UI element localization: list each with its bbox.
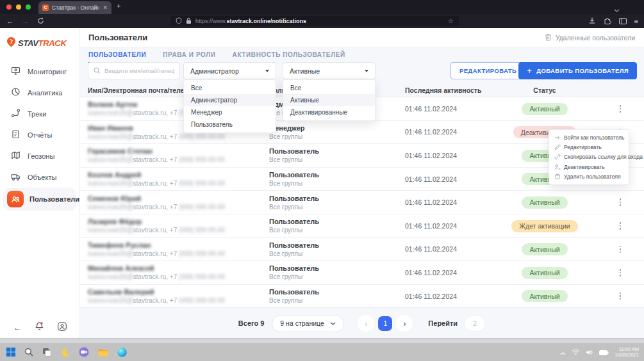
chevron-down-icon	[265, 70, 269, 72]
user-role: Пользователь	[269, 147, 405, 155]
menu-hamburger-icon[interactable]: ≡	[634, 17, 638, 25]
user-role: Пользователь	[269, 264, 405, 272]
table-row: Лазарев Фёдор ivanov.ivan26@stavtrack.ru…	[80, 214, 644, 238]
edge-browser-icon[interactable]	[117, 348, 127, 357]
profile-icon[interactable]	[58, 322, 67, 333]
sidebar-item-tracks[interactable]: Треки	[0, 103, 79, 124]
row-actions-kebab-icon[interactable]	[618, 268, 623, 278]
status-option-active[interactable]: Активные	[283, 94, 375, 106]
user-role: Пользователь	[269, 171, 405, 179]
sidebar-item-geozones[interactable]: Геозоны	[0, 145, 79, 166]
wifi-icon[interactable]	[572, 346, 580, 358]
role-option-admin[interactable]: Администратор	[184, 94, 276, 106]
user-name: Козлов Андрей	[88, 171, 269, 179]
trash-icon	[545, 33, 552, 42]
taskbar-search-icon[interactable]	[24, 348, 33, 357]
last-activity: 01:46 11.02.2024	[405, 152, 490, 159]
url-text: https://www.stavtrack.online/notificatio…	[195, 18, 306, 24]
row-actions-kebab-icon[interactable]	[618, 221, 623, 231]
route-icon	[11, 108, 21, 119]
context-delete-user[interactable]: Удалить пользователя	[549, 172, 629, 182]
chevron-down-icon	[365, 70, 368, 72]
role-option-all[interactable]: Все	[184, 82, 276, 94]
context-deactivate[interactable]: Деактивировать	[549, 162, 629, 172]
chat-app-icon[interactable]	[79, 347, 89, 357]
new-tab-button[interactable]: +	[117, 2, 120, 10]
status-filter-dropdown[interactable]: Активные	[283, 62, 376, 79]
table-row: Михайлов Алексей ivanov.ivan26@stavtrack…	[80, 261, 644, 285]
role-option-manager[interactable]: Менеджер	[184, 106, 276, 118]
close-window-button[interactable]	[6, 4, 12, 10]
user-contact: ivanov.ivan26@stavtrack.ru, +7 (999) 999…	[88, 297, 269, 304]
context-copy-login-link[interactable]: Скопировать ссылку для входа	[549, 152, 629, 162]
sidebar-item-analytics[interactable]: Аналитика	[0, 82, 79, 103]
windows-start-icon[interactable]	[6, 348, 15, 357]
monitor-icon	[11, 66, 21, 77]
lock-icon[interactable]	[186, 15, 192, 27]
row-actions-kebab-icon[interactable]	[618, 291, 623, 301]
volume-icon[interactable]	[586, 346, 593, 358]
sidebar-toggle-icon[interactable]	[619, 15, 627, 27]
tab-close-icon[interactable]: ✕	[103, 4, 108, 11]
last-activity: 01:46 11.02.2024	[405, 105, 490, 113]
row-actions-kebab-icon[interactable]	[618, 104, 623, 114]
sidebar-item-monitoring[interactable]: Мониторинг	[0, 61, 79, 82]
context-edit[interactable]: Редактировать	[549, 142, 629, 152]
tab-title: СтавТрак - Онлайн мониторинг	[52, 4, 99, 11]
minimize-window-button[interactable]	[16, 4, 21, 10]
back-button[interactable]: ←	[6, 18, 13, 25]
user-group: Все группы	[269, 204, 405, 211]
maximize-window-button[interactable]	[26, 4, 31, 10]
shield-icon[interactable]	[176, 15, 182, 27]
status-dropdown-menu: Все Активные Деактивированные	[283, 79, 376, 121]
clock-time: 11:00 AM	[619, 346, 639, 352]
role-filter-dropdown[interactable]: Администратор	[183, 62, 276, 79]
notifications-bell-icon[interactable]	[35, 321, 44, 333]
list-tabs-chevron-icon[interactable]	[614, 3, 620, 15]
downloads-icon[interactable]	[588, 15, 596, 27]
search-field[interactable]	[88, 62, 180, 79]
prev-page-button[interactable]: ‹	[358, 315, 374, 332]
sidebar-item-reports[interactable]: Отчёты	[0, 124, 79, 145]
url-bar[interactable]: https://www.stavtrack.online/notificatio…	[170, 16, 459, 26]
goto-page-label: Перейти	[428, 319, 458, 327]
per-page-select[interactable]: 9 на странице	[272, 315, 344, 332]
moon-app-icon[interactable]	[60, 348, 70, 357]
add-user-button[interactable]: + ДОБАВИТЬ ПОЛЬЗОВАТЕЛЯ	[518, 62, 637, 79]
goto-page-input[interactable]: 2	[464, 316, 486, 332]
column-status: Статус	[490, 86, 599, 94]
sidebar-item-users[interactable]: Пользователи	[3, 188, 76, 211]
browser-tab[interactable]: C СтавТрак - Онлайн мониторинг ✕	[38, 1, 111, 14]
user-name: Михайлов Алексей	[88, 264, 269, 272]
clipboard-icon	[11, 129, 21, 140]
pagination: Всего 9 9 на странице ‹ 1 › Перейти 2	[80, 312, 644, 334]
deleted-users-link[interactable]: Удаленные пользователи	[545, 33, 635, 42]
status-option-all[interactable]: Все	[283, 82, 375, 94]
status-option-deactivated[interactable]: Деактивированные	[283, 106, 375, 118]
tray-chevron-up-icon[interactable]	[560, 346, 566, 358]
search-input[interactable]	[104, 67, 174, 74]
role-option-user[interactable]: Пользователь	[184, 118, 276, 131]
user-contact: ivanov.ivan26@stavtrack.ru, +7 (999) 999…	[88, 227, 269, 234]
battery-icon[interactable]	[599, 346, 609, 358]
taskbar-clock[interactable]: 11:00 AM 10/05/2021	[615, 346, 639, 358]
extensions-puzzle-icon[interactable]	[604, 15, 611, 27]
reload-button[interactable]	[37, 17, 44, 26]
file-explorer-icon[interactable]	[98, 348, 108, 357]
row-actions-kebab-icon[interactable]	[618, 197, 623, 207]
user-role: Пользователь	[269, 241, 405, 249]
next-page-button[interactable]: ›	[396, 315, 413, 332]
forward-button[interactable]: →	[22, 18, 29, 25]
bookmark-star-icon[interactable]: ☆	[448, 18, 454, 24]
row-actions-kebab-icon[interactable]	[618, 245, 623, 255]
user-role: Пользователь	[269, 218, 405, 225]
pie-chart-icon	[11, 87, 21, 98]
sidebar-item-objects[interactable]: Объекты	[0, 166, 79, 188]
task-view-icon[interactable]	[42, 348, 51, 357]
current-page-button[interactable]: 1	[378, 316, 392, 331]
context-login-as-user[interactable]: Войти как пользователь	[549, 132, 629, 142]
stavtrack-logo: STAVTRACK	[6, 36, 79, 50]
collapse-sidebar-arrow-icon[interactable]: ←	[13, 324, 21, 332]
last-activity: 01:46 11.02.2024	[405, 245, 490, 253]
status-badge: Активный	[522, 243, 567, 255]
